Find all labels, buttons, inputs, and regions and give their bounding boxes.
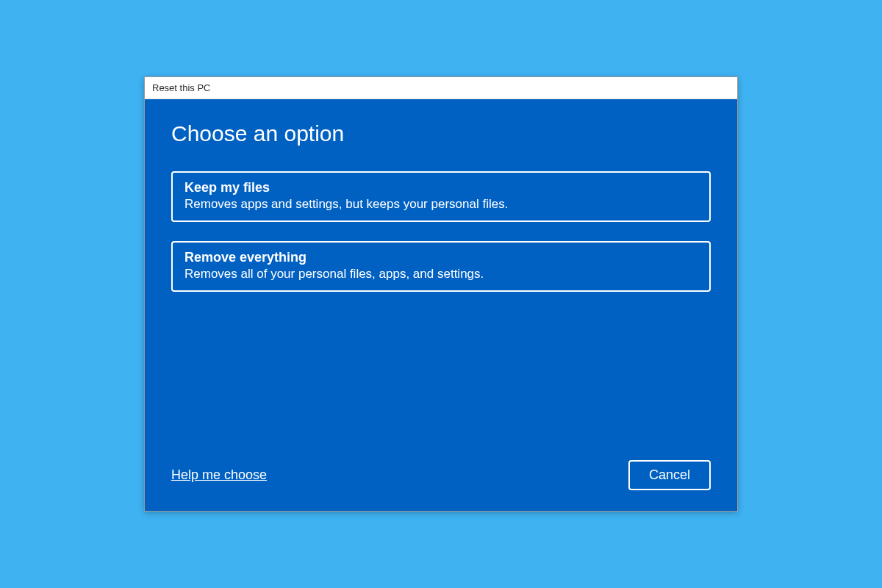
help-me-choose-link[interactable]: Help me choose	[171, 467, 267, 483]
page-heading: Choose an option	[171, 121, 711, 146]
dialog-title: Reset this PC	[152, 82, 210, 93]
reset-pc-dialog: Reset this PC Choose an option Keep my f…	[144, 76, 738, 512]
option-title: Remove everything	[184, 250, 698, 265]
option-list: Keep my files Removes apps and settings,…	[171, 171, 711, 292]
dialog-content: Choose an option Keep my files Removes a…	[145, 99, 737, 511]
dialog-footer: Help me choose Cancel	[171, 445, 711, 490]
option-description: Removes all of your personal files, apps…	[184, 267, 698, 282]
titlebar: Reset this PC	[145, 77, 737, 99]
cancel-button[interactable]: Cancel	[628, 460, 711, 490]
option-keep-my-files[interactable]: Keep my files Removes apps and settings,…	[171, 171, 711, 222]
option-remove-everything[interactable]: Remove everything Removes all of your pe…	[171, 241, 711, 292]
option-description: Removes apps and settings, but keeps you…	[184, 197, 698, 212]
option-title: Keep my files	[184, 180, 698, 196]
